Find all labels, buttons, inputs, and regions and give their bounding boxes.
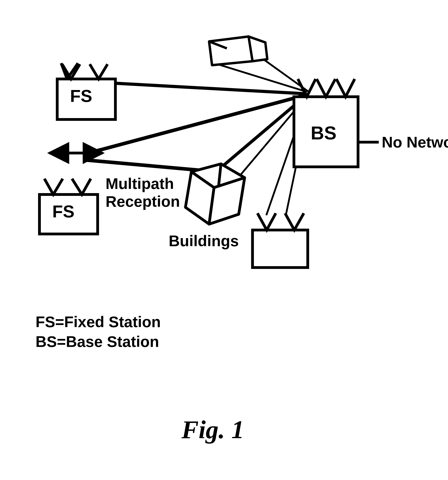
diagram-canvas: FS FS BS No Network Multipath Reception … <box>0 0 448 480</box>
bs-label: BS <box>311 122 337 144</box>
building-top-cube <box>209 36 267 65</box>
building-center-cube <box>186 164 245 224</box>
svg-line-0 <box>110 83 307 94</box>
multipath-label-2: Reception <box>105 192 180 211</box>
fs1-label: FS <box>70 86 92 106</box>
legend-fs: FS=Fixed Station <box>35 313 161 331</box>
multipath-label-1: Multipath <box>105 175 174 193</box>
svg-marker-14 <box>209 36 253 65</box>
legend-bs: BS=Base Station <box>35 333 159 351</box>
fs2-label: FS <box>52 201 74 222</box>
no-network-label: No Network <box>382 133 448 151</box>
figure-caption: Fig. 1 <box>181 415 244 444</box>
svg-line-4 <box>211 62 307 92</box>
station-small-bottom-right <box>253 213 308 268</box>
buildings-label: Buildings <box>169 232 239 250</box>
svg-rect-29 <box>253 230 308 268</box>
